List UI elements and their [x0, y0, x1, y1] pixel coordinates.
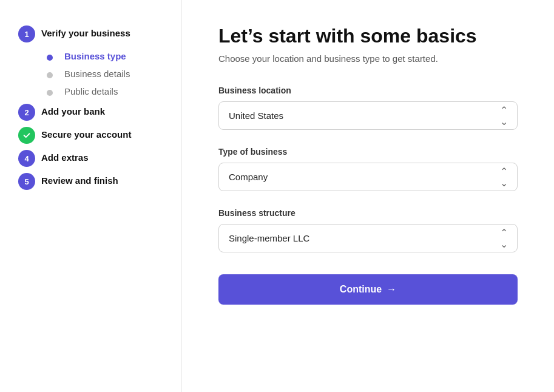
step-3-label: Secure your account [41, 126, 131, 141]
step-add-extras: 4 Add extras [18, 149, 163, 167]
step-5-indicator: 5 [18, 173, 35, 190]
type-of-business-section: Type of business Company Individual Non-… [218, 147, 518, 191]
step-1-indicator: 1 [18, 25, 35, 42]
step-4-label: Add extras [41, 149, 89, 164]
step-secure-account: Secure your account [18, 126, 163, 144]
substep-public-details-dot [47, 90, 53, 96]
business-structure-section: Business structure Single-member LLC Mul… [218, 208, 518, 252]
substep-public-details[interactable]: Public details [41, 83, 163, 98]
continue-button-label: Continue [340, 284, 382, 295]
type-of-business-select[interactable]: Company Individual Non-profit Government [218, 163, 518, 191]
page-container: 1 Verify your business Business type Bus… [0, 0, 554, 392]
step-2-indicator: 2 [18, 104, 35, 121]
continue-arrow-icon: → [387, 284, 396, 295]
substep-business-details-label: Business details [64, 65, 130, 80]
step-5-label: Review and finish [41, 172, 118, 187]
business-structure-select[interactable]: Single-member LLC Multi-member LLC S Cor… [218, 224, 518, 252]
business-location-section: Business location United States Canada U… [218, 86, 518, 130]
page-title: Let’s start with some basics [218, 24, 518, 47]
check-icon [22, 131, 31, 140]
step-2-label: Add your bank [41, 103, 105, 118]
business-structure-label: Business structure [218, 208, 518, 218]
step-verify-business: 1 Verify your business [18, 24, 163, 42]
business-location-select[interactable]: United States Canada United Kingdom Aust… [218, 101, 518, 130]
substep-business-type-dot [47, 55, 53, 61]
sidebar: 1 Verify your business Business type Bus… [0, 0, 182, 392]
continue-button[interactable]: Continue → [218, 274, 518, 305]
step-review-finish: 5 Review and finish [18, 172, 163, 190]
business-location-wrapper: United States Canada United Kingdom Aust… [218, 101, 518, 130]
step-3-indicator [18, 127, 35, 144]
step-4-indicator: 4 [18, 150, 35, 167]
page-subtitle: Choose your location and business type t… [218, 53, 518, 64]
type-of-business-wrapper: Company Individual Non-profit Government… [218, 163, 518, 191]
business-structure-wrapper: Single-member LLC Multi-member LLC S Cor… [218, 224, 518, 252]
substep-business-details[interactable]: Business details [41, 65, 163, 80]
step-add-bank: 2 Add your bank [18, 103, 163, 121]
substep-business-type[interactable]: Business type [41, 47, 163, 63]
main-content: Let’s start with some basics Choose your… [182, 0, 554, 392]
substep-business-type-label: Business type [64, 47, 126, 63]
step-1-label: Verify your business [41, 24, 130, 39]
business-location-label: Business location [218, 86, 518, 95]
substep-business-details-dot [47, 72, 53, 78]
substep-public-details-label: Public details [64, 83, 118, 98]
type-of-business-label: Type of business [218, 147, 518, 157]
step-1-substeps: Business type Business details Public de… [41, 47, 163, 98]
